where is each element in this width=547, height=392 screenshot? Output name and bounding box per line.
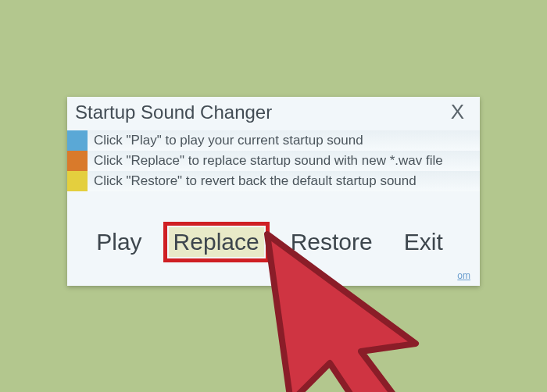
hint-text: Click "Replace" to replace startup sound… xyxy=(88,153,443,169)
exit-button[interactable]: Exit xyxy=(399,227,448,257)
hint-row-play: Click "Play" to play your current startu… xyxy=(67,130,480,151)
replace-button[interactable]: Replace xyxy=(169,227,264,257)
swatch-icon xyxy=(67,171,88,191)
close-button[interactable]: X xyxy=(446,100,469,124)
hint-row-replace: Click "Replace" to replace startup sound… xyxy=(67,151,480,171)
hint-row-restore: Click "Restore" to revert back the defau… xyxy=(67,171,480,191)
swatch-icon xyxy=(67,151,88,171)
hint-text: Click "Play" to play your current startu… xyxy=(88,133,363,148)
restore-button[interactable]: Restore xyxy=(286,227,377,257)
button-row: Play Replace Restore Exit xyxy=(67,227,480,257)
window-title: Startup Sound Changer xyxy=(75,102,272,123)
hint-list: Click "Play" to play your current startu… xyxy=(67,130,480,191)
stage: Startup Sound Changer X Click "Play" to … xyxy=(0,0,547,392)
swatch-icon xyxy=(67,130,88,151)
footer-link[interactable]: om xyxy=(457,270,470,281)
play-button[interactable]: Play xyxy=(91,227,146,257)
dialog-window: Startup Sound Changer X Click "Play" to … xyxy=(67,97,480,286)
titlebar: Startup Sound Changer X xyxy=(67,97,480,126)
hint-text: Click "Restore" to revert back the defau… xyxy=(88,173,417,189)
